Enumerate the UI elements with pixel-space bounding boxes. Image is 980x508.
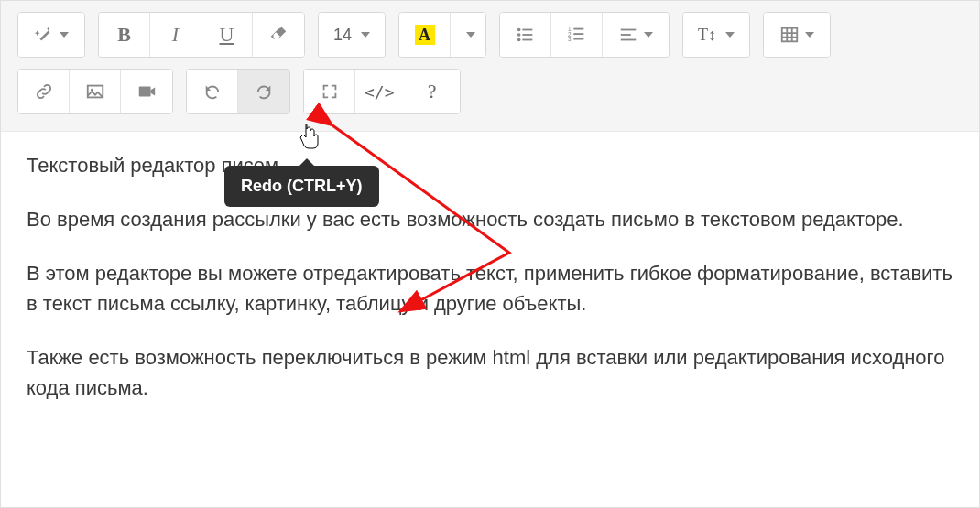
svg-rect-12 xyxy=(621,29,637,31)
ordered-list-button[interactable]: 123 xyxy=(551,13,603,57)
svg-point-2 xyxy=(517,33,520,37)
view-group: </> ? xyxy=(303,69,461,114)
dropdown-caret-icon xyxy=(60,32,69,38)
svg-point-4 xyxy=(517,38,520,42)
svg-point-0 xyxy=(517,28,520,32)
underline-button[interactable]: U xyxy=(201,13,253,57)
link-button[interactable] xyxy=(18,70,70,113)
align-button[interactable] xyxy=(603,13,669,57)
dropdown-caret-icon xyxy=(361,32,370,38)
svg-rect-9 xyxy=(573,33,583,35)
paragraph-group: 123 xyxy=(499,12,670,58)
bullet-list-icon xyxy=(516,25,536,45)
magic-wand-icon xyxy=(34,25,54,45)
bold-button[interactable]: B xyxy=(99,13,150,57)
redo-icon xyxy=(254,81,274,102)
help-button[interactable]: ? xyxy=(408,70,460,113)
align-icon xyxy=(618,25,638,45)
svg-rect-3 xyxy=(522,34,532,36)
font-style-group: B I U xyxy=(98,12,305,58)
fontsize-button[interactable]: 14 xyxy=(319,13,385,57)
insert-group xyxy=(17,69,173,114)
dropdown-caret-icon xyxy=(466,32,475,38)
tooltip-redo: Redo (CTRL+Y) xyxy=(224,166,379,207)
fontcolor-button[interactable]: A xyxy=(399,13,451,57)
fontsize-label: 14 xyxy=(333,26,352,45)
codeview-icon: </> xyxy=(365,82,395,102)
content-paragraph: В этом редакторе вы можете отредактирова… xyxy=(27,258,953,319)
help-icon: ? xyxy=(428,80,437,103)
svg-rect-14 xyxy=(621,39,637,41)
codeview-button[interactable]: </> xyxy=(355,70,408,113)
number-list-icon: 123 xyxy=(567,25,587,45)
svg-rect-5 xyxy=(522,39,532,41)
editor-window: B I U 14 A xyxy=(0,0,980,508)
style-button[interactable] xyxy=(18,13,84,57)
fontsize-group: 14 xyxy=(318,12,386,58)
lineheight-group: T↕ xyxy=(682,12,750,58)
svg-rect-7 xyxy=(573,28,583,30)
content-paragraph: Во время создания рассылки у вас есть во… xyxy=(27,204,953,234)
toolbar: B I U 14 A xyxy=(1,1,979,132)
video-button[interactable] xyxy=(121,70,172,113)
fontcolor-group: A xyxy=(398,12,486,58)
bold-icon: B xyxy=(117,23,131,47)
dropdown-caret-icon xyxy=(644,32,653,38)
svg-text:3: 3 xyxy=(567,36,571,42)
toolbar-row-2: </> ? xyxy=(17,69,963,114)
svg-rect-15 xyxy=(782,28,798,42)
lineheight-button[interactable]: T↕ xyxy=(683,13,749,57)
table-group xyxy=(763,12,831,58)
underline-icon: U xyxy=(220,23,234,47)
dropdown-caret-icon xyxy=(805,32,814,38)
fontcolor-dropdown-button[interactable] xyxy=(451,13,485,57)
svg-rect-11 xyxy=(573,38,583,40)
undo-button[interactable] xyxy=(187,70,238,113)
svg-rect-22 xyxy=(139,87,151,97)
redo-button[interactable] xyxy=(238,70,289,113)
italic-icon: I xyxy=(172,23,179,47)
image-icon xyxy=(85,81,105,102)
video-icon xyxy=(136,81,157,102)
fullscreen-button[interactable] xyxy=(304,70,355,113)
dropdown-caret-icon xyxy=(725,32,735,38)
style-group xyxy=(17,12,85,58)
clear-format-button[interactable] xyxy=(253,13,304,57)
fontcolor-icon: A xyxy=(415,25,435,45)
eraser-icon xyxy=(268,25,289,45)
history-group xyxy=(186,69,290,114)
lineheight-icon: T↕ xyxy=(698,26,716,45)
fullscreen-icon xyxy=(320,81,340,102)
table-button[interactable] xyxy=(764,13,830,57)
toolbar-row-1: B I U 14 A xyxy=(17,12,963,58)
editor-content-area[interactable]: Текстовый редактор писем Во время создан… xyxy=(1,132,979,445)
image-button[interactable] xyxy=(70,70,121,113)
unordered-list-button[interactable] xyxy=(500,13,551,57)
table-icon xyxy=(779,25,800,45)
content-paragraph: Также есть возможность переключиться в р… xyxy=(27,342,953,403)
link-icon xyxy=(34,81,54,102)
svg-rect-1 xyxy=(522,29,532,31)
svg-rect-13 xyxy=(621,34,631,36)
content-paragraph: Текстовый редактор писем xyxy=(27,150,953,180)
italic-button[interactable]: I xyxy=(150,13,201,57)
undo-icon xyxy=(202,81,223,102)
